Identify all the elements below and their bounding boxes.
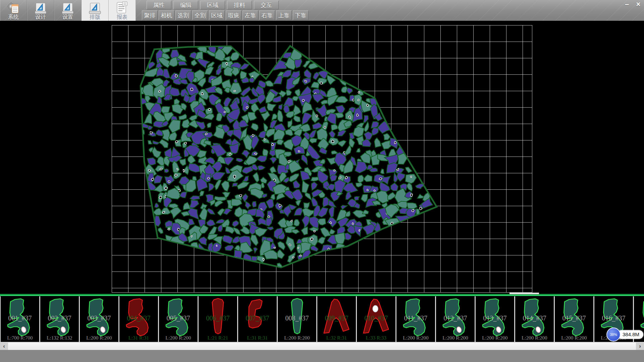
piece-thumb-006_#37[interactable]: 006_#37L:21 R:21 [199,296,238,343]
tab-系统[interactable]: 系统 [0,0,27,21]
piece-thumbnail-strip: 001_#37L:700 R:700002_#37L:132 R:132003_… [0,294,644,343]
report-doc-icon [114,0,130,14]
piece-thumb-009_#37[interactable]: 009_#37L:32 R:31 [317,296,357,343]
piece-thumb-011_#37[interactable]: 011_#37L:200 R:200 [396,296,436,343]
piece-id: 012_#37 [436,314,475,322]
piece-thumb-015_#37[interactable]: 015_#37L:200 R:200 [555,296,594,343]
tab-设置[interactable]: 设置 [54,0,82,21]
menu-button-瑕疵[interactable]: 瑕疵 [226,10,241,20]
piece-thumb-010_#37[interactable]: 010_#37L:33 R:33 [357,296,396,343]
piece-id: 014_#37 [515,314,554,322]
nesting-app-window: 系统设计设置排版报表 属性编辑区域排料交互 聚排相机选割全割区域瑕疵左靠右靠上靠… [0,0,644,362]
tool-bar: 聚排相机选割全割区域瑕疵左靠右靠上靠下靠 [142,10,309,20]
piece-id: 011_#37 [396,314,435,322]
piece-id: 004_#37 [119,314,158,322]
menu-button-区域[interactable]: 区域 [200,1,225,9]
piece-id: 005_#37 [159,314,198,322]
module-tabs: 系统设计设置排版报表 [0,0,136,21]
strip-scroll-thumb[interactable] [509,293,539,294]
piece-lr-count: L:200 R:200 [555,335,593,341]
piece-id: 013_#37 [476,314,514,322]
piece-thumb-003_#37[interactable]: 003_#37L:200 R:200 [80,296,119,343]
piece-thumb-014_#37[interactable]: 014_#37L:200 R:200 [515,296,555,343]
piece-lr-count: L:31 R:31 [119,335,158,341]
menu-bar: 属性编辑区域排料交互 [147,1,279,9]
piece-id: 016_#37 [594,314,633,322]
tab-label: 报表 [117,14,127,20]
close-button[interactable]: × [633,0,643,9]
piece-lr-count: L:200 R:200 [476,335,514,341]
piece-lr-count: L:31 R:31 [238,335,277,341]
menu-button-左靠[interactable]: 左靠 [243,10,258,20]
menu-button-编辑[interactable]: 编辑 [173,1,198,9]
progress-circle-icon: 38% [606,327,621,342]
piece-id: 002_#37 [40,314,79,322]
piece-lr-count: L:33 R:33 [357,335,395,341]
settings-ruler-icon [60,0,75,14]
leather-hide-nest[interactable] [0,21,644,294]
menu-button-选割[interactable]: 选割 [175,10,191,20]
menu-button-右靠[interactable]: 右靠 [259,10,275,20]
scrollbar-track[interactable] [8,343,636,350]
toolbar: 系统设计设置排版报表 属性编辑区域排料交互 聚排相机选割全割区域瑕疵左靠右靠上靠… [0,0,644,21]
piece-thumb-007_#37[interactable]: 007_#37L:31 R:31 [238,296,278,343]
horizontal-scrollbar[interactable]: ‹ › [0,343,644,350]
memory-value: 384.8M [617,330,643,339]
piece-thumb-008_#37[interactable]: 008_#37L:200 R:200 [278,296,317,343]
piece-lr-count: L:200 R:200 [80,335,118,341]
piece-lr-count: L:200 R:200 [278,335,316,341]
piece-thumb-012_#37[interactable]: 012_#37L:200 R:200 [436,296,476,343]
piece-id: 008_#37 [278,314,316,322]
tab-排版[interactable]: 排版 [82,0,109,21]
design-ruler-icon [33,0,48,14]
piece-lr-count: L:200 R:200 [436,335,475,341]
nesting-ruler-icon [87,0,103,14]
memory-badge: 38% 384.8M [606,327,643,342]
piece-thumbnail-cells: 001_#37L:700 R:700002_#37L:132 R:132003_… [0,296,644,343]
strip-separator [0,294,644,296]
system-gear-icon [6,0,21,14]
piece-id: 006_#37 [199,314,237,322]
piece-thumb-013_#37[interactable]: 013_#37L:200 R:200 [476,296,515,343]
piece-id: 007_#37 [238,314,277,322]
piece-thumb-002_#37[interactable]: 002_#37L:132 R:132 [40,296,80,343]
nesting-canvas[interactable] [0,21,644,294]
tab-label: 设计 [35,14,46,20]
menu-button-上靠[interactable]: 上靠 [276,10,292,20]
menu-button-交互[interactable]: 交互 [254,1,279,9]
menu-button-全割[interactable]: 全割 [192,10,208,20]
piece-thumb-005_#37[interactable]: 005_#37L:200 R:200 [159,296,199,343]
piece-id: 001_#37 [1,314,39,322]
piece-id: 015_#37 [555,314,593,322]
tab-label: 设置 [62,14,73,20]
piece-id: 0 [634,314,644,322]
piece-lr-count: L:200 R:200 [159,335,198,341]
tab-报表[interactable]: 报表 [109,0,136,21]
piece-thumb-004_#37[interactable]: 004_#37L:31 R:31 [119,296,159,343]
menu-button-下靠[interactable]: 下靠 [293,10,309,20]
minimize-button[interactable]: – [622,0,632,9]
piece-lr-count: L:700 R:700 [1,335,39,341]
tab-label: 系统 [8,14,19,20]
menu-button-区域[interactable]: 区域 [209,10,225,20]
tab-设计[interactable]: 设计 [27,0,54,21]
piece-lr-count: L:200 R:200 [515,335,554,341]
piece-id: 009_#37 [317,314,356,322]
tab-label: 排版 [90,14,100,20]
piece-lr-count: L:32 R:31 [317,335,356,341]
piece-thumb-001_#37[interactable]: 001_#37L:700 R:700 [1,296,40,343]
menu-button-聚排[interactable]: 聚排 [142,10,158,20]
window-bottom-edge [0,350,644,362]
piece-lr-count: L:21 R:21 [199,335,237,341]
window-controls: – × [622,0,643,9]
scroll-left-icon[interactable]: ‹ [0,343,8,350]
piece-lr-count: L:132 R:132 [40,335,79,341]
piece-id: 010_#37 [357,314,395,322]
piece-lr-count: L:200 R:200 [396,335,435,341]
menu-button-属性[interactable]: 属性 [147,1,171,9]
menu-button-排料[interactable]: 排料 [227,1,252,9]
menu-button-相机[interactable]: 相机 [159,10,174,20]
piece-id: 003_#37 [80,314,118,322]
scroll-right-icon[interactable]: › [636,343,644,350]
piece-hole [373,306,378,312]
